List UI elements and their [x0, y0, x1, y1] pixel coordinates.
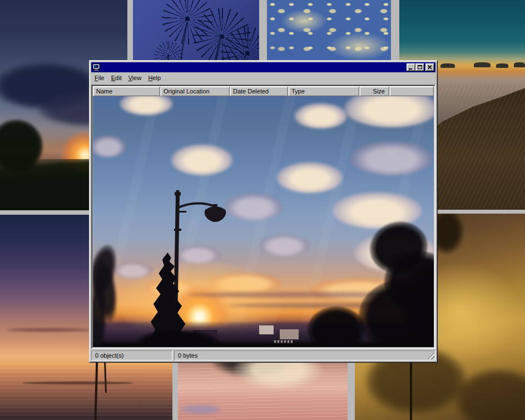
menu-file[interactable]: File	[91, 73, 108, 83]
building	[280, 329, 299, 339]
horizon-cloud-streak	[7, 328, 90, 332]
listview-client-area[interactable]	[93, 96, 434, 347]
water-shimmer	[0, 360, 172, 420]
recycle-bin-window: File Edit View Help Name Original Locati…	[89, 60, 438, 363]
building	[259, 325, 274, 334]
close-button[interactable]	[425, 63, 434, 71]
column-header-original-location[interactable]: Original Location	[160, 86, 230, 96]
island-silhouette	[496, 63, 508, 68]
minimize-button[interactable]	[407, 63, 415, 71]
column-header-type[interactable]: Type	[288, 86, 359, 96]
column-header-date-deleted[interactable]: Date Deleted	[230, 86, 288, 96]
status-bytes: 0 bytes	[174, 350, 435, 360]
resize-grip[interactable]	[427, 352, 434, 359]
cloud	[350, 141, 433, 175]
sandbar	[22, 382, 133, 384]
maximize-icon	[418, 65, 422, 69]
island-silhouette	[474, 62, 491, 67]
menu-edit[interactable]: Edit	[108, 73, 125, 83]
maximize-button[interactable]	[415, 63, 424, 71]
column-header-name[interactable]: Name	[93, 86, 160, 96]
computer-icon[interactable]	[92, 63, 100, 71]
menu-bar: File Edit View Help	[91, 73, 435, 83]
street-lamp	[171, 190, 243, 315]
list-view: Name Original Location Date Deleted Type…	[91, 85, 435, 349]
column-header-row: Name Original Location Date Deleted Type…	[93, 86, 434, 96]
island-silhouette	[514, 62, 525, 67]
menu-view[interactable]: View	[125, 73, 145, 83]
title-bar[interactable]	[91, 62, 435, 72]
desktop: { "window": { "title": "", "titlebar_ico…	[0, 0, 525, 420]
cloud	[171, 144, 233, 175]
minimize-icon	[409, 68, 412, 70]
menu-help[interactable]: Help	[145, 73, 164, 83]
cloud	[294, 103, 348, 129]
status-bar: 0 object(s) 0 bytes	[91, 350, 435, 360]
cloud	[276, 162, 343, 193]
close-icon	[428, 65, 432, 70]
column-header-size[interactable]: Size	[359, 86, 389, 96]
column-header-filler[interactable]	[389, 86, 434, 96]
island-silhouette	[440, 63, 455, 68]
status-bytes-text: 0 bytes	[178, 352, 197, 359]
cloud	[259, 234, 310, 256]
blue-reflection	[181, 405, 220, 414]
status-objects: 0 object(s)	[91, 350, 172, 360]
